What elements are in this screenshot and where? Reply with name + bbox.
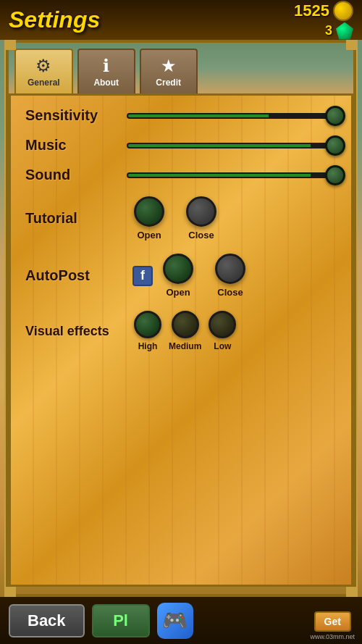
watermark-text: www.03mm.net (310, 633, 355, 640)
ve-low-label: Low (214, 341, 231, 351)
main-content: ⚙ General ℹ About ★ Credit Sensitivity M… (6, 40, 356, 597)
tutorial-close-container: Close (186, 196, 216, 241)
ve-low-container: Low (209, 311, 236, 351)
tutorial-label: Tutorial (25, 210, 127, 227)
autopost-close-label: Close (217, 287, 243, 298)
music-track (127, 143, 337, 149)
autopost-open-label: Open (166, 287, 190, 298)
watermark-right: Get www.03mm.net (310, 611, 355, 640)
ve-high-label: High (138, 341, 158, 351)
autopost-label-row: AutoPost f (25, 266, 156, 286)
sensitivity-row: Sensitivity (25, 107, 337, 124)
get-button[interactable]: Get (314, 611, 351, 632)
gem-display: 3 (325, 22, 353, 40)
gem-value: 3 (325, 23, 332, 38)
visual-effects-buttons: High Medium Low (134, 311, 236, 351)
music-row: Music (25, 137, 337, 154)
top-bar: Settings 1525 3 (0, 0, 362, 40)
back-button[interactable]: Back (9, 604, 85, 637)
ve-medium-container: Medium (169, 311, 201, 351)
bottom-bar: Back Pl 🎮 Get www.03mm.net (0, 597, 362, 644)
sound-slider[interactable] (127, 168, 337, 183)
autopost-close-button[interactable] (215, 254, 245, 284)
star-icon: ★ (161, 56, 177, 76)
autopost-row: AutoPost f Open Close (25, 254, 337, 298)
music-slider[interactable] (127, 138, 337, 153)
tab-general-label: General (28, 78, 60, 88)
visual-effects-row: Visual effects High Medium Low (25, 311, 337, 351)
visual-effects-label: Visual effects (25, 324, 127, 339)
page-title: Settings (9, 7, 100, 33)
settings-panel: Sensitivity Music Sound (9, 93, 353, 587)
autopost-buttons: Open Close (163, 254, 245, 298)
info-icon: ℹ (103, 56, 109, 76)
autopost-open-button[interactable] (163, 254, 193, 284)
sound-label: Sound (25, 167, 127, 183)
currency-container: 1525 3 (294, 1, 353, 40)
tutorial-buttons: Open Close (134, 196, 216, 241)
tab-credit-label: Credit (156, 78, 181, 88)
music-label: Music (25, 137, 127, 154)
tutorial-row: Tutorial Open Close (25, 196, 337, 241)
sound-row: Sound (25, 167, 337, 183)
autopost-label: AutoPost (25, 267, 127, 284)
sound-track (127, 172, 337, 178)
autopost-close-container: Close (215, 254, 245, 298)
tab-about[interactable]: ℹ About (77, 49, 135, 93)
ve-high-container: High (134, 311, 161, 351)
tutorial-close-button[interactable] (186, 196, 216, 227)
app-icon: 🎮 (157, 603, 193, 639)
gold-value: 1525 (294, 1, 329, 20)
music-thumb (325, 135, 345, 156)
gear-icon: ⚙ (35, 56, 51, 76)
gold-display: 1525 (294, 1, 353, 21)
tutorial-close-label: Close (188, 230, 214, 241)
tabs-container: ⚙ General ℹ About ★ Credit (9, 43, 353, 93)
sensitivity-track (127, 113, 337, 119)
ve-high-button[interactable] (134, 311, 161, 338)
gem-icon (336, 22, 353, 40)
sensitivity-label: Sensitivity (25, 107, 127, 124)
tutorial-open-container: Open (134, 196, 164, 241)
tab-general[interactable]: ⚙ General (14, 49, 73, 93)
autopost-open-container: Open (163, 254, 193, 298)
sensitivity-slider[interactable] (127, 109, 337, 123)
play-button[interactable]: Pl (92, 604, 150, 637)
tab-about-label: About (93, 78, 119, 88)
facebook-icon: f (132, 266, 153, 286)
corner-tr (346, 38, 358, 50)
ve-medium-label: Medium (169, 341, 201, 351)
tab-credit[interactable]: ★ Credit (140, 49, 198, 93)
tutorial-open-button[interactable] (134, 196, 164, 227)
sensitivity-thumb (325, 106, 345, 126)
ve-medium-button[interactable] (172, 311, 199, 338)
sound-thumb (325, 165, 345, 185)
ve-low-button[interactable] (209, 311, 236, 338)
corner-tl (4, 38, 16, 50)
coin-icon (333, 1, 353, 21)
tutorial-open-label: Open (137, 230, 161, 241)
